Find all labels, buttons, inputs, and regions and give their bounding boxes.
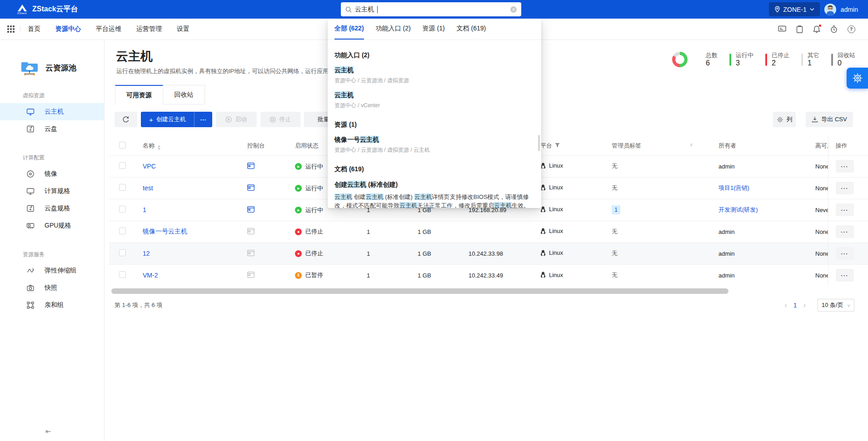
- sort-icon[interactable]: [158, 145, 160, 150]
- sidebar-item[interactable]: 云盘规格: [0, 200, 104, 217]
- dropdown-scrollbar-thumb[interactable]: [538, 135, 540, 151]
- open-console-icon[interactable]: [247, 229, 254, 236]
- console-terminal-icon[interactable]: [778, 25, 786, 33]
- row-checkbox[interactable]: [119, 249, 126, 256]
- vm-name-link[interactable]: test: [143, 184, 153, 192]
- open-console-icon[interactable]: [247, 207, 254, 214]
- zone-selector[interactable]: ZONE-1: [769, 2, 820, 16]
- vm-name-link[interactable]: VPC: [143, 163, 156, 170]
- location-pin-icon: [774, 6, 780, 13]
- col-tag[interactable]: 管理员标签∨: [604, 136, 711, 155]
- app-launcher-icon[interactable]: [7, 25, 15, 33]
- row-actions-button[interactable]: ···: [836, 160, 854, 173]
- nav-item[interactable]: 资源中心: [55, 25, 81, 33]
- search-result-tab[interactable]: 功能入口 (2): [376, 19, 411, 40]
- col-name[interactable]: 名称: [135, 136, 240, 155]
- owner-cell[interactable]: admin: [718, 228, 734, 235]
- owner-cell[interactable]: admin: [718, 163, 734, 170]
- row-actions-button[interactable]: ···: [836, 203, 854, 216]
- sidebar-item[interactable]: 镜像: [0, 165, 104, 183]
- page-tab[interactable]: 回收站: [163, 85, 205, 104]
- row-actions-button[interactable]: ···: [836, 269, 854, 282]
- start-vm-button[interactable]: 启动: [216, 112, 257, 127]
- stat-label: 其它: [808, 52, 819, 59]
- open-console-icon[interactable]: [247, 185, 254, 192]
- stop-vm-button[interactable]: 停止: [260, 112, 300, 127]
- row-actions-button[interactable]: ···: [836, 247, 854, 260]
- refresh-button[interactable]: [115, 112, 137, 127]
- sidebar-item[interactable]: 云主机: [0, 103, 104, 120]
- nav-item[interactable]: 设置: [177, 25, 190, 33]
- create-vm-button[interactable]: 创建云主机: [141, 112, 194, 127]
- result-breadcrumb: 资源中心 / vCenter: [334, 102, 534, 109]
- sidebar-group-label: 资源服务: [0, 251, 104, 258]
- search-result-item[interactable]: 云主机 资源中心 / 云资源池 / 虚拟资源: [334, 66, 534, 84]
- sidebar-groups: 虚拟资源 云主机 云盘: [0, 92, 104, 314]
- row-actions-button[interactable]: ···: [836, 182, 854, 194]
- refresh-icon: [122, 116, 130, 123]
- zone-label: ZONE-1: [783, 6, 807, 13]
- nav-item[interactable]: 首页: [28, 25, 40, 33]
- row-checkbox[interactable]: [119, 162, 126, 169]
- collapse-sidebar-icon[interactable]: ⇤: [45, 427, 51, 436]
- export-csv-button[interactable]: 导出 CSV: [806, 112, 853, 127]
- page-tab[interactable]: 可用资源: [115, 85, 163, 104]
- clear-search-icon[interactable]: [510, 6, 517, 13]
- open-console-icon[interactable]: [247, 164, 254, 170]
- vm-name-link[interactable]: 1: [143, 206, 146, 213]
- create-vm-more-button[interactable]: ···: [194, 112, 212, 127]
- sidebar-item[interactable]: 弹性伸缩组: [0, 262, 104, 279]
- nav-item[interactable]: 平台运维: [96, 25, 121, 33]
- next-page-icon[interactable]: [803, 301, 806, 309]
- search-result-item[interactable]: 镜像一号云主机 资源中心 / 云资源池 / 虚拟资源 / 云主机: [334, 136, 534, 154]
- avatar[interactable]: [824, 4, 836, 15]
- global-search-input[interactable]: 云主机: [341, 2, 521, 16]
- page-tabs: 可用资源回收站: [115, 85, 205, 104]
- page-number[interactable]: 1: [793, 302, 797, 309]
- sidebar-item[interactable]: 云盘: [0, 120, 104, 138]
- vm-name-link[interactable]: VM-2: [143, 272, 158, 279]
- sidebar-group: 资源服务 弹性伸缩组 快照: [0, 251, 104, 314]
- page-size-select[interactable]: 10 条/页: [818, 299, 854, 312]
- row-checkbox[interactable]: [119, 184, 126, 191]
- vm-name-link[interactable]: 12: [143, 250, 150, 257]
- result-title-run: 云主机: [334, 66, 354, 74]
- notification-bell-icon[interactable]: [813, 25, 821, 33]
- scrollbar-thumb[interactable]: [111, 288, 728, 294]
- filter-funnel-icon[interactable]: [555, 143, 560, 148]
- search-result-tab[interactable]: 文档 (619): [457, 19, 486, 40]
- select-all-checkbox[interactable]: [119, 142, 126, 149]
- col-platform[interactable]: 平台: [533, 136, 604, 155]
- owner-cell[interactable]: 开发测试(研发): [718, 206, 758, 213]
- open-console-icon[interactable]: [247, 273, 254, 279]
- pagination-summary: 第 1-6 项，共 6 项: [115, 301, 162, 309]
- doc-result-title[interactable]: 创建云主机 (标准创建): [334, 181, 534, 189]
- search-result-item[interactable]: 云主机 资源中心 / vCenter: [334, 91, 534, 109]
- sidebar-item[interactable]: GPU规格: [0, 217, 104, 234]
- sidebar-item[interactable]: 快照: [0, 279, 104, 297]
- help-icon[interactable]: ?: [847, 25, 855, 33]
- owner-cell[interactable]: admin: [718, 250, 734, 257]
- search-result-tab[interactable]: 资源 (1): [423, 19, 445, 40]
- result-breadcrumb: 资源中心 / 云资源池 / 虚拟资源 / 云主机: [334, 146, 534, 154]
- operation-history-icon[interactable]: [830, 25, 838, 33]
- prev-page-icon[interactable]: [785, 301, 787, 309]
- chevron-down-icon[interactable]: ∨: [689, 142, 693, 148]
- search-result-tab[interactable]: 全部 (622): [334, 19, 364, 40]
- sidebar-item[interactable]: 计算规格: [0, 183, 104, 200]
- row-checkbox[interactable]: [119, 228, 126, 234]
- owner-cell[interactable]: 项目1(营销): [718, 184, 749, 191]
- owner-cell[interactable]: admin: [718, 272, 734, 279]
- row-checkbox[interactable]: [119, 271, 126, 278]
- settings-fab-button[interactable]: [847, 68, 868, 89]
- row-checkbox[interactable]: [119, 206, 126, 213]
- col-console: 控制台: [240, 136, 288, 155]
- columns-button[interactable]: 列: [773, 112, 796, 127]
- vm-name-link[interactable]: 镜像一号云主机: [143, 228, 187, 235]
- open-console-icon[interactable]: [247, 251, 254, 258]
- row-actions-button[interactable]: ···: [836, 225, 854, 238]
- nav-item[interactable]: 运营管理: [136, 25, 162, 33]
- sidebar-item[interactable]: 亲和组: [0, 297, 104, 314]
- username[interactable]: admin: [841, 6, 858, 13]
- clipboard-icon[interactable]: [795, 25, 803, 33]
